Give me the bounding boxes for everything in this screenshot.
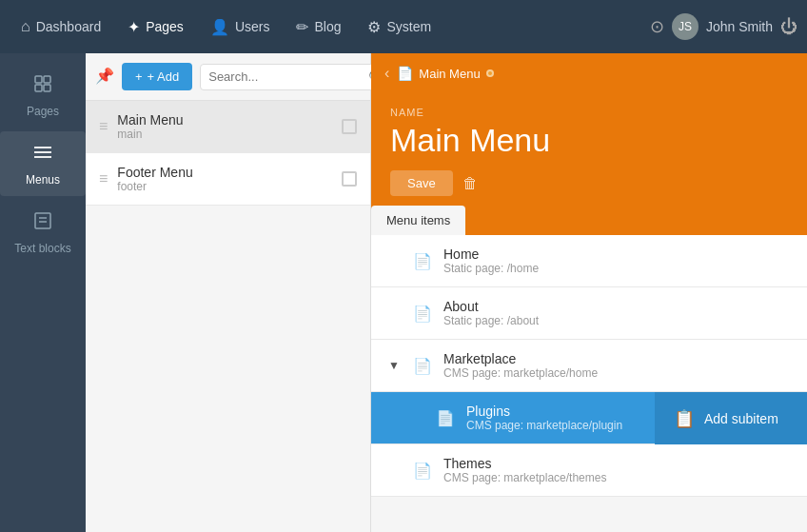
breadcrumb-page-icon: 📄 [397,66,413,81]
menu-item-home[interactable]: 📄 Home Static page: /home [371,235,807,287]
add-subitem-label: Add subitem [704,411,778,426]
detail-title: Main Menu [390,122,788,159]
drag-handle-icon: ≡ [99,170,108,187]
blog-icon: ✏ [296,18,308,36]
mi-name: Themes [443,456,792,471]
nav-blog[interactable]: ✏ Blog [285,10,352,44]
sidebar-item-text-blocks[interactable]: Text blocks [0,200,86,265]
menu-list: ≡ Main Menu main ≡ Footer Menu footer [86,101,370,532]
menu-item-plugins-wrapper: 📄 Plugins CMS page: marketplace/plugin 📋… [371,392,807,444]
breadcrumb-back-icon[interactable]: ‹ [384,65,389,82]
detail-tabs: Menu items [371,206,807,235]
users-icon: 👤 [210,18,229,36]
search-input[interactable] [208,69,368,84]
nav-system-label: System [386,19,431,34]
svg-rect-7 [35,213,50,228]
nav-system[interactable]: ⚙ System [356,10,443,44]
add-subitem-icon: 📋 [674,408,695,429]
detail-panel: ‹ 📄 Main Menu NAME Main Menu Save 🗑 Menu… [371,53,807,532]
system-icon: ⚙ [367,18,381,36]
item-slug: main [117,128,332,141]
list-item[interactable]: ≡ Main Menu main [86,101,370,153]
page-icon: 📄 [436,409,455,427]
drag-handle-icon: ≡ [99,118,108,135]
mi-page: Static page: /about [443,314,792,327]
item-info: Main Menu main [117,112,332,141]
expand-collapse-icon[interactable]: ▼ [386,359,402,372]
item-info: Footer Menu footer [117,165,332,193]
item-name: Main Menu [117,112,332,128]
nav-dashboard[interactable]: ⌂ Dashboard [10,10,112,43]
breadcrumb: ‹ 📄 Main Menu [371,53,807,93]
menu-item-marketplace[interactable]: ▼ 📄 Marketplace CMS page: marketplace/ho… [371,340,807,392]
pin-icon[interactable]: 📌 [95,67,114,85]
nav-pages[interactable]: ✦ Pages [116,10,195,44]
mi-name: Plugins [466,404,640,419]
add-subitem-button[interactable]: 📋 Add subitem [655,392,807,444]
pages-sidebar-icon [31,72,54,101]
mi-info: Home Static page: /home [443,246,792,275]
add-icon: + [135,69,143,84]
text-blocks-sidebar-icon [31,209,54,238]
page-icon: 📄 [413,305,432,323]
menu-item-plugins[interactable]: 📄 Plugins CMS page: marketplace/plugin [371,392,655,444]
item-slug: footer [117,180,332,193]
tab-menu-items[interactable]: Menu items [371,206,465,235]
page-icon: 📄 [413,462,432,480]
breadcrumb-label: Main Menu [419,67,480,81]
mi-info: Themes CMS page: marketplace/themes [443,456,792,484]
avatar: JS [672,13,699,40]
add-label: + Add [148,69,180,84]
svg-rect-2 [35,85,42,91]
mi-page: CMS page: marketplace/themes [443,471,792,484]
svg-rect-1 [44,76,50,83]
nav-pages-label: Pages [146,19,184,34]
item-name: Footer Menu [117,165,332,180]
menus-sidebar-icon [31,141,54,169]
dashboard-icon: ⌂ [21,18,30,35]
mi-info: Plugins CMS page: marketplace/plugin [466,404,640,432]
breadcrumb-item: 📄 Main Menu [397,66,493,81]
mi-page: Static page: /home [443,262,792,275]
power-icon[interactable]: ⏻ [780,17,797,37]
detail-field-label: NAME [390,107,788,118]
page-icon: 📄 [413,357,432,375]
svg-rect-0 [35,76,42,83]
breadcrumb-dot [486,69,494,77]
item-checkbox[interactable] [342,171,357,187]
sidebar-pages-label: Pages [27,105,59,118]
mi-name: Marketplace [443,351,792,366]
username: John Smith [706,19,773,34]
item-checkbox[interactable] [342,119,357,134]
settings-icon[interactable]: ⊙ [650,16,664,37]
add-button[interactable]: + + Add [122,63,192,90]
main-layout: Pages Menus Text blocks [0,53,807,532]
list-item[interactable]: ≡ Footer Menu footer [86,153,370,206]
mi-page: CMS page: marketplace/plugin [466,419,640,432]
sidebar-item-menus[interactable]: Menus [0,131,86,196]
detail-header: NAME Main Menu Save 🗑 [371,93,807,206]
nav-right-section: ⊙ JS John Smith ⏻ [650,13,797,40]
sidebar-item-pages[interactable]: Pages [0,63,86,128]
delete-icon: 🗑 [463,175,478,191]
nav-users-label: Users [235,19,270,34]
svg-rect-3 [44,85,50,91]
nav-users[interactable]: 👤 Users [199,10,282,44]
pages-icon: ✦ [128,18,140,36]
list-toolbar: 📌 + + Add 🔍 [86,53,370,101]
list-panel: 📌 + + Add 🔍 ≡ Main Menu main [86,53,371,532]
menu-item-about[interactable]: 📄 About Static page: /about [371,287,807,340]
sidebar-text-blocks-label: Text blocks [14,242,70,255]
menu-items-list: 📄 Home Static page: /home 📄 About Static… [371,235,807,532]
mi-info: About Static page: /about [443,299,792,327]
save-button[interactable]: Save [390,170,453,196]
page-icon: 📄 [413,252,432,270]
nav-dashboard-label: Dashboard [36,19,102,34]
delete-button[interactable]: 🗑 [463,175,478,192]
mi-info: Marketplace CMS page: marketplace/home [443,351,792,380]
menu-item-themes[interactable]: 📄 Themes CMS page: marketplace/themes [371,444,807,497]
mi-name: About [443,299,792,314]
search-box: 🔍 [200,64,393,90]
mi-page: CMS page: marketplace/home [443,366,792,380]
nav-blog-label: Blog [314,19,341,34]
